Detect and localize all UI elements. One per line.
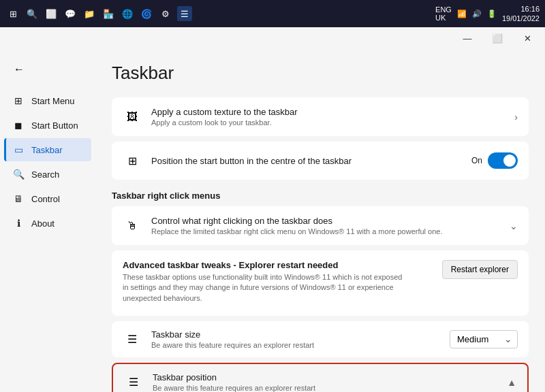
minimize-button[interactable]: — [452,27,482,49]
texture-title: Apply a custom texture to the taskbar [151,107,505,117]
back-button[interactable]: ← [8,59,30,80]
advanced-title: Advanced taskbar tweaks - Explorer resta… [123,260,409,270]
start-center-toggle[interactable] [488,152,518,169]
sidebar-item-about[interactable]: ℹ About [4,212,91,235]
taskbar-position-icon: ☰ [124,373,143,392]
app-window: — ⬜ ✕ ← ⊞ Start Menu ◼ Start Button ▭ Ta… [0,27,545,392]
taskbar-size-setting: ☰ Taskbar size Be aware this feature req… [112,321,529,357]
start-pos-icon: ⊞ [123,151,142,170]
start-icon[interactable]: ⊞ [5,6,20,21]
texture-icon: 🖼 [123,108,142,127]
start-button-label: Start Button [31,120,78,131]
taskbar-size-title: Taskbar size [151,329,440,340]
edge-icon[interactable]: 🌀 [139,6,154,21]
battery-icon: 🔋 [487,10,497,18]
taskbar-size-text: Taskbar size Be aware this feature requi… [151,329,440,349]
taskbar-position-header[interactable]: ☰ Taskbar position Be aware this feature… [113,364,527,392]
close-button[interactable]: ✕ [512,27,542,49]
advanced-section: Advanced taskbar tweaks - Explorer resta… [112,250,529,316]
advanced-subtitle: These taskbar options use functionality … [123,272,409,304]
title-bar: — ⬜ ✕ [0,27,545,49]
taskbar-position-chevron: ▲ [507,377,516,388]
taskbar-size-select[interactable]: Medium Small Large [450,330,518,348]
clock[interactable]: 16:16 19/01/2022 [502,4,540,24]
right-click-header[interactable]: 🖱 Control what right clicking on the tas… [112,206,529,245]
main-content: Taskbar 🖼 Apply a custom texture to the … [95,49,545,392]
sidebar-item-start-button[interactable]: ◼ Start Button [4,114,91,137]
chat-icon[interactable]: 💬 [63,6,78,21]
title-bar-controls: — ⬜ ✕ [452,27,542,49]
start-pos-text: Position the start button in the centre … [151,156,462,166]
volume-icon: 🔊 [472,10,482,18]
texture-arrow: › [514,112,518,122]
chrome-icon[interactable]: 🌐 [120,6,135,21]
toggle-container: On [471,152,518,169]
taskbar-size-dropdown-wrapper[interactable]: Medium Small Large [450,330,518,348]
start-pos-title: Position the start button in the centre … [151,156,462,166]
taskbar-nav-icon: ▭ [12,144,25,156]
time: 16:16 [502,4,540,14]
taskbar-position-title: Taskbar position [153,372,497,382]
taskbar-size-subtitle: Be aware this feature requires an explor… [151,341,440,349]
control-label: Control [31,194,60,204]
texture-text: Apply a custom texture to the taskbar Ap… [151,107,505,127]
settings-icon[interactable]: ⚙ [158,6,173,21]
restore-button[interactable]: ⬜ [482,27,512,49]
start-button-icon: ◼ [12,119,25,131]
about-label: About [31,218,54,229]
store-icon[interactable]: 🏪 [101,6,116,21]
taskbar-position-text: Taskbar position Be aware this feature r… [153,372,497,392]
date: 19/01/2022 [502,14,540,23]
custom-texture-card[interactable]: 🖼 Apply a custom texture to the taskbar … [112,97,529,136]
control-icon: 🖥 [12,193,25,205]
advanced-header: Advanced taskbar tweaks - Explorer resta… [123,260,518,304]
taskbar-right: ENGUK 📶 🔊 🔋 16:16 19/01/2022 [435,4,540,24]
right-click-text: Control what right clicking on the taskb… [151,216,500,235]
sidebar-item-start-menu[interactable]: ⊞ Start Menu [4,89,91,112]
taskbar-position-subtitle: Be aware this feature requires an explor… [153,384,497,392]
right-click-icon: 🖱 [123,216,142,235]
sidebar-item-search[interactable]: 🔍 Search [4,163,91,186]
start-menu-icon: ⊞ [12,95,25,107]
right-click-subtitle: Replace the limited taskbar right click … [151,227,500,235]
search-nav-icon: 🔍 [12,168,25,180]
taskbar-position-outer: ☰ Taskbar position Be aware this feature… [112,363,529,392]
sidebar: ← ⊞ Start Menu ◼ Start Button ▭ Taskbar … [0,49,95,392]
search-label: Search [31,169,59,180]
task-view-icon[interactable]: ⬜ [44,6,59,21]
taskbar-size-icon: ☰ [123,330,142,349]
right-click-heading: Taskbar right click menus [112,191,529,201]
page-title: Taskbar [112,63,529,84]
right-click-chevron: ⌄ [510,220,518,231]
advanced-header-text: Advanced taskbar tweaks - Explorer resta… [123,260,409,304]
taskbar-label: Taskbar [31,145,63,155]
search-icon[interactable]: 🔍 [25,6,40,21]
right-click-title: Control what right clicking on the taskb… [151,216,500,226]
restart-explorer-button[interactable]: Restart explorer [442,260,518,279]
wifi-icon: 📶 [457,10,467,18]
content-area: ← ⊞ Start Menu ◼ Start Button ▭ Taskbar … [0,49,545,392]
app-icon[interactable]: ☰ [177,6,192,21]
sidebar-item-taskbar[interactable]: ▭ Taskbar [4,138,91,161]
sidebar-item-control[interactable]: 🖥 Control [4,187,91,210]
windows-taskbar: ⊞ 🔍 ⬜ 💬 📁 🏪 🌐 🌀 ⚙ ☰ ENGUK 📶 🔊 🔋 16:16 19… [0,0,545,27]
start-menu-label: Start Menu [31,96,75,106]
toggle-label: On [471,156,482,165]
about-icon: ℹ [12,217,25,229]
right-click-card[interactable]: 🖱 Control what right clicking on the tas… [112,206,529,245]
texture-subtitle: Apply a custom look to your taskbar. [151,118,505,127]
explorer-icon[interactable]: 📁 [82,6,97,21]
language-indicator: ENGUK [435,5,452,22]
start-position-card[interactable]: ⊞ Position the start button in the centr… [112,142,529,180]
